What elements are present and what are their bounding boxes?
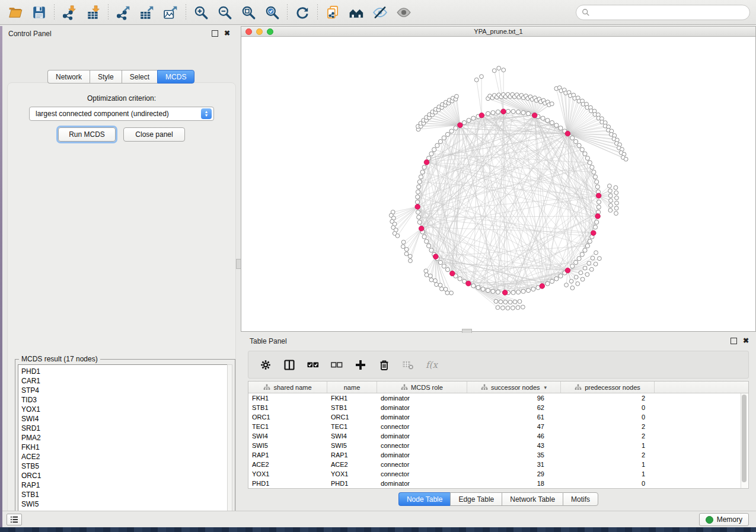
tab-select[interactable]: Select (122, 70, 157, 84)
float-table-panel-icon[interactable] (731, 338, 737, 344)
mcds-result-item[interactable]: STB1 (21, 490, 227, 499)
mcds-result-item[interactable]: SWI5 (21, 499, 227, 509)
export-image-button[interactable] (159, 3, 183, 22)
column-label: predecessor nodes (585, 384, 640, 391)
hierarchy-icon (263, 384, 270, 390)
table-row[interactable]: YOX1YOX1connector291 (248, 469, 748, 479)
first-neighbors-button[interactable] (344, 3, 368, 22)
criterion-dropdown[interactable]: largest connected component (undirected)… (29, 107, 214, 121)
save-session-button[interactable] (27, 3, 51, 22)
add-column-button[interactable] (353, 357, 368, 373)
float-panel-icon[interactable] (212, 30, 218, 37)
tab-network-table[interactable]: Network Table (502, 492, 563, 506)
app-window: Control Panel ✖ NetworkStyleSelectMCDS O… (0, 0, 756, 527)
clone-network-button[interactable] (321, 3, 344, 22)
show-column-button[interactable] (282, 357, 297, 373)
network-graph[interactable] (241, 37, 755, 331)
select-all-columns-button[interactable] (305, 357, 321, 373)
open-session-button[interactable] (4, 3, 27, 22)
delete-column-button[interactable] (377, 357, 392, 373)
network-window-titlebar[interactable]: YPA_prune.txt_1 (241, 26, 756, 37)
table-scrollbar[interactable] (741, 393, 748, 488)
cell-MCDS-role: connector (377, 423, 467, 430)
cell-successor-nodes: 43 (467, 442, 561, 449)
column-header-shared-name[interactable]: shared name (248, 382, 327, 393)
cell-predecessor-nodes: 0 (561, 414, 655, 421)
close-panel-icon[interactable]: ✖ (224, 31, 230, 36)
tab-motifs[interactable]: Motifs (563, 492, 598, 506)
node-table[interactable]: shared namenameMCDS rolesuccessor nodes▾… (248, 381, 749, 489)
cell-name: FKH1 (327, 395, 377, 402)
mcds-result-item[interactable]: FKH1 (21, 443, 227, 452)
tab-node-table[interactable]: Node Table (398, 492, 451, 506)
table-row[interactable]: SWI5SWI5connector431 (248, 441, 748, 450)
table-row[interactable]: ACE2ACE2connector311 (248, 460, 748, 469)
table-scrollbar-thumb[interactable] (742, 395, 747, 482)
zoom-fit-button[interactable] (237, 3, 260, 22)
table-row[interactable]: SWI4SWI4dominator462 (248, 431, 748, 441)
cell-name: SWI5 (327, 442, 377, 449)
export-network-icon (116, 5, 131, 20)
column-label: successor nodes (491, 384, 540, 391)
hide-selected-button[interactable] (368, 3, 392, 22)
table-row[interactable]: ORC1ORC1dominator610 (248, 412, 748, 422)
cell-MCDS-role: connector (377, 470, 467, 477)
mcds-result-list[interactable]: PHD1CAR1STP4TID3YOX1SWI4SRD1PMA2FKH1ACE2… (18, 364, 228, 532)
table-row[interactable]: FKH1FKH1dominator962 (248, 393, 748, 403)
mcds-result-item[interactable]: SWI4 (21, 414, 227, 424)
table-row[interactable]: RAP1RAP1dominator352 (248, 450, 748, 460)
zoom-out-button[interactable] (213, 3, 237, 22)
table-row[interactable]: STB1STB1dominator620 (248, 403, 748, 412)
export-network-button[interactable] (111, 3, 135, 22)
network-window-title: YPA_prune.txt_1 (241, 28, 755, 35)
column-header-predecessor-nodes[interactable]: predecessor nodes (561, 382, 655, 393)
tab-mcds[interactable]: MCDS (157, 70, 194, 84)
mcds-result-item[interactable]: ORC1 (21, 471, 227, 480)
mcds-result-item[interactable]: PHD1 (21, 367, 227, 376)
zoom-selected-button[interactable] (260, 3, 284, 22)
show-panels-button[interactable] (7, 514, 22, 525)
table-row[interactable]: PHD1PHD1dominator180 (248, 479, 748, 488)
cell-name: PHD1 (327, 480, 377, 487)
mcds-list-scrollbar[interactable] (227, 364, 232, 532)
hierarchy-icon (575, 384, 582, 390)
column-header-successor-nodes[interactable]: successor nodes▾ (467, 382, 561, 393)
zoom-in-button[interactable] (189, 3, 213, 22)
mcds-result-item[interactable]: STP4 (21, 386, 227, 395)
run-mcds-button[interactable]: Run MCDS (58, 127, 116, 142)
folder-icon (8, 5, 23, 20)
mcds-result-item[interactable]: YOX1 (21, 405, 227, 414)
column-header-name[interactable]: name (327, 382, 377, 393)
zoom-selected-icon (264, 5, 280, 20)
mcds-result-item[interactable]: PMA2 (21, 433, 227, 443)
control-panel-tabs: NetworkStyleSelectMCDS (47, 70, 194, 84)
column-header-MCDS-role[interactable]: MCDS role (377, 382, 467, 393)
network-view-canvas[interactable] (241, 37, 756, 332)
deselect-all-columns-button[interactable] (329, 357, 344, 373)
tab-network[interactable]: Network (47, 70, 90, 84)
mcds-result-item[interactable]: CAR1 (21, 376, 227, 386)
table-options-button[interactable] (258, 357, 273, 373)
close-panel-button[interactable]: Close panel (123, 127, 185, 142)
mcds-result-item[interactable]: STB5 (21, 462, 227, 471)
import-network-button[interactable] (58, 3, 81, 22)
search-input[interactable] (590, 6, 749, 19)
refresh-view-button[interactable] (291, 3, 314, 22)
import-table-button[interactable] (81, 3, 105, 22)
export-table-button[interactable] (135, 3, 159, 22)
mcds-result-item[interactable]: SRD1 (21, 424, 227, 433)
search-box[interactable] (576, 5, 750, 20)
memory-button[interactable]: Memory (699, 513, 749, 526)
cell-predecessor-nodes: 2 (561, 432, 655, 440)
show-all-button[interactable] (392, 3, 416, 22)
table-panel: Table Panel ✖ f(x) shared namenameMCDS r… (241, 333, 756, 511)
tab-style[interactable]: Style (90, 70, 122, 84)
mcds-result-item[interactable]: RAP1 (21, 480, 227, 490)
tab-edge-table[interactable]: Edge Table (450, 492, 502, 506)
table-row[interactable]: TEC1TEC1connector472 (248, 422, 748, 431)
mcds-result-item[interactable]: TID3 (21, 395, 227, 405)
fx-icon: f(x) (425, 358, 438, 371)
mcds-result-item[interactable]: ACE2 (21, 452, 227, 462)
close-table-panel-icon[interactable]: ✖ (743, 338, 749, 344)
dropdown-stepper-icon: ▲▼ (201, 108, 212, 119)
